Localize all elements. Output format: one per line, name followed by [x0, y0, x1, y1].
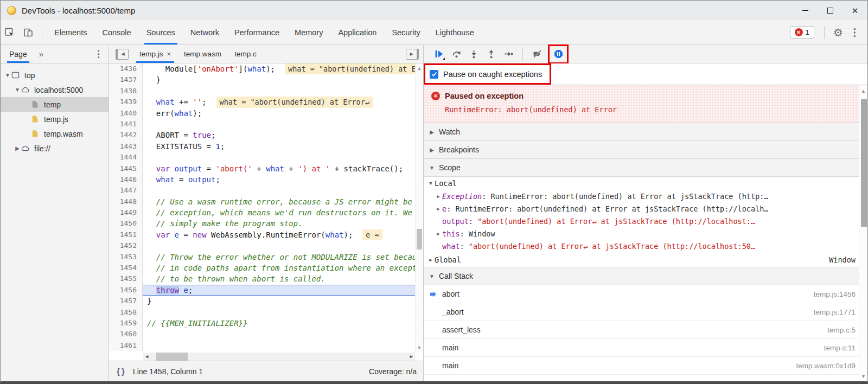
- tab-security[interactable]: Security: [384, 20, 427, 44]
- line-number[interactable]: 1455: [109, 273, 143, 284]
- tab-performance[interactable]: Performance: [227, 20, 287, 44]
- scroll-down-icon[interactable]: ▼: [859, 374, 867, 379]
- code-line[interactable]: 1460: [109, 329, 423, 340]
- section-call-stack[interactable]: ▼ Call Stack: [424, 267, 867, 285]
- editor-vertical-scrollbar[interactable]: ▲ ▼: [415, 63, 423, 353]
- maximize-button[interactable]: [818, 1, 843, 20]
- code-editor[interactable]: 1436 Module['onAbort'](what);what = "abo…: [109, 63, 423, 361]
- editor-tab-temp-wasm[interactable]: temp.wasm: [177, 45, 228, 63]
- line-number[interactable]: 1457: [109, 296, 143, 306]
- pause-on-caught-checkbox[interactable]: [430, 70, 438, 79]
- inspect-icon[interactable]: [1, 23, 19, 42]
- code-line[interactable]: 1442 ABORT = true;: [109, 130, 423, 140]
- code-line[interactable]: 1451 var e = new WebAssembly.RuntimeErro…: [109, 229, 423, 240]
- code-line[interactable]: 1450 // simply make the program stop.: [109, 218, 423, 229]
- tab-application[interactable]: Application: [330, 20, 384, 44]
- navigator-menu-icon[interactable]: ⋮: [94, 48, 103, 60]
- code-line[interactable]: 1440 err(what);: [109, 108, 423, 119]
- code-line[interactable]: 1455 // to be thrown when abort is calle…: [109, 273, 423, 284]
- code-line[interactable]: 1456 throw e;: [109, 285, 423, 296]
- code-line[interactable]: 1445 var output = 'abort(' + what + ') a…: [109, 163, 423, 174]
- line-number[interactable]: 1437: [109, 74, 143, 85]
- tab-elements[interactable]: Elements: [47, 20, 94, 44]
- code-line[interactable]: 1436 Module['onAbort'](what);what = "abo…: [109, 63, 423, 74]
- scroll-right-icon[interactable]: ▶: [410, 354, 413, 359]
- scope-row-this[interactable]: ▶this: Window: [424, 227, 867, 240]
- scroll-up-icon[interactable]: ▲: [416, 66, 423, 71]
- code-line[interactable]: 1447: [109, 185, 423, 196]
- step-out-icon[interactable]: [483, 47, 499, 62]
- pause-on-caught-label[interactable]: Pause on caught exceptions: [443, 70, 542, 79]
- tab-page[interactable]: Page: [8, 45, 28, 63]
- disclosure-closed-icon[interactable]: ▶: [427, 257, 435, 263]
- stack-frame-abort[interactable]: aborttemp.js:1456: [424, 285, 867, 303]
- tree-item-file[interactable]: ▶file://: [1, 141, 108, 156]
- disclosure-closed-icon[interactable]: ▶: [435, 231, 442, 236]
- expand-panel-icon[interactable]: ▶: [406, 49, 419, 60]
- code-line[interactable]: 1446 what = output;: [109, 174, 423, 185]
- line-number[interactable]: 1446: [109, 174, 143, 185]
- code-line[interactable]: 1439 what += '';what = "abort(undefined)…: [109, 97, 423, 107]
- scroll-up-icon[interactable]: ▲: [859, 88, 867, 94]
- code-line[interactable]: 1459// {{MEM_INITIALIZER}}: [109, 318, 423, 329]
- line-number[interactable]: 1451: [109, 229, 143, 240]
- line-number[interactable]: 1440: [109, 108, 143, 119]
- line-number[interactable]: 1441: [109, 119, 143, 130]
- resume-icon[interactable]: [431, 47, 446, 62]
- scrollbar-thumb[interactable]: [861, 99, 867, 227]
- line-number[interactable]: 1443: [109, 141, 143, 152]
- scroll-left-icon[interactable]: ◀: [145, 354, 148, 359]
- line-number[interactable]: 1444: [109, 152, 143, 163]
- code-line[interactable]: 1438: [109, 86, 423, 97]
- line-number[interactable]: 1458: [109, 307, 143, 318]
- scrollbar-thumb[interactable]: [417, 229, 422, 249]
- scope-row-e[interactable]: ▶e: RuntimeError: abort(undefined) at Er…: [424, 202, 867, 215]
- step-into-icon[interactable]: [466, 47, 481, 62]
- tab-console[interactable]: Console: [94, 20, 138, 44]
- stack-frame-main[interactable]: maintemp.c:11: [424, 339, 867, 357]
- minimize-button[interactable]: [793, 1, 818, 20]
- code-line[interactable]: 1454 // in code paths apart from instant…: [109, 263, 423, 273]
- tree-item-top[interactable]: ▼top: [1, 68, 108, 82]
- stack-frame-assert-less[interactable]: assert_lesstemp.c:5: [424, 321, 867, 339]
- code-line[interactable]: 1441: [109, 119, 423, 130]
- line-number[interactable]: 1438: [109, 86, 143, 97]
- line-number[interactable]: 1450: [109, 218, 143, 229]
- code-line[interactable]: 1443 EXITSTATUS = 1;: [109, 141, 423, 152]
- code-line[interactable]: 1449 // exception, which means we'd run …: [109, 207, 423, 218]
- scope-row-output[interactable]: output: "abort(undefined) at Error↵ at j…: [424, 215, 867, 227]
- code-line[interactable]: 1458: [109, 307, 423, 318]
- scope-row-global[interactable]: ▶GlobalWindow: [424, 252, 867, 267]
- disclosure-closed-icon[interactable]: ▶: [14, 145, 21, 151]
- editor-tab-temp-js[interactable]: temp.js×: [133, 45, 177, 63]
- stack-frame-abort[interactable]: _aborttemp.js:1771: [424, 303, 867, 321]
- deactivate-breakpoints-icon[interactable]: [529, 47, 545, 62]
- tab-sources[interactable]: Sources: [139, 20, 183, 44]
- line-number[interactable]: 1447: [109, 185, 143, 196]
- line-number[interactable]: 1448: [109, 196, 143, 207]
- tree-item-temp-js[interactable]: temp.js: [1, 112, 108, 126]
- tree-item-temp[interactable]: temp: [1, 97, 108, 112]
- line-number[interactable]: 1461: [109, 340, 143, 351]
- line-number[interactable]: 1452: [109, 240, 143, 251]
- scope-row-local[interactable]: ▼Local: [424, 177, 867, 190]
- code-line[interactable]: 1437 }: [109, 74, 423, 85]
- collapse-navigator-icon[interactable]: ◀: [116, 49, 129, 60]
- step-over-icon[interactable]: [449, 47, 464, 62]
- close-button[interactable]: ✕: [843, 1, 867, 20]
- section-breakpoints[interactable]: ▶ Breakpoints: [424, 141, 867, 159]
- code-line[interactable]: 1457}: [109, 296, 423, 306]
- tree-item-localhost-5000[interactable]: ▼localhost:5000: [1, 82, 108, 97]
- line-number[interactable]: 1453: [109, 252, 143, 263]
- disclosure-open-icon[interactable]: ▼: [14, 87, 21, 93]
- line-number[interactable]: 1449: [109, 207, 143, 218]
- line-number[interactable]: 1439: [109, 97, 143, 107]
- code-line[interactable]: 1444: [109, 152, 423, 163]
- pretty-print-icon[interactable]: { }: [117, 367, 125, 376]
- line-number[interactable]: 1445: [109, 163, 143, 174]
- editor-horizontal-scrollbar[interactable]: ◀ ▶: [143, 353, 415, 361]
- tab-network[interactable]: Network: [183, 20, 227, 44]
- tree-item-temp-wasm[interactable]: temp.wasm: [1, 126, 108, 141]
- code-line[interactable]: 1452: [109, 240, 423, 251]
- device-toolbar-icon[interactable]: [19, 23, 37, 42]
